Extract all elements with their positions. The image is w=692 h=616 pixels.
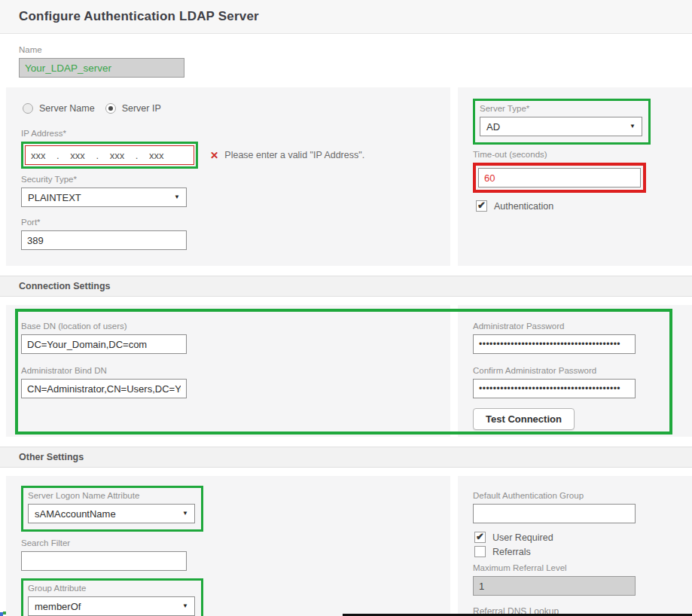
chevron-down-icon: ▼	[182, 511, 188, 517]
logon-attribute-label: Server Logon Name Attribute	[28, 491, 195, 500]
chevron-down-icon: ▼	[182, 603, 188, 609]
radio-server-ip-label: Server IP	[122, 103, 161, 114]
radio-server-ip[interactable]	[105, 103, 116, 114]
authentication-label: Authentication	[494, 201, 553, 212]
search-filter-input[interactable]	[21, 551, 187, 571]
user-required-checkbox[interactable]: ✔	[474, 532, 486, 543]
admin-password-label: Administrator Password	[473, 322, 677, 331]
confirm-password-input[interactable]: ••••••••••••••••••••••••••••••••••••••••	[473, 379, 636, 398]
port-label: Port*	[21, 218, 435, 227]
authentication-row: ✔ Authentication	[476, 200, 677, 212]
connection-settings-header: Connection Settings	[0, 276, 692, 297]
configure-ldap-dialog: Configure Authentication LDAP Server Nam…	[0, 0, 692, 616]
logon-attribute-dropdown[interactable]: sAMAccountName ▼	[28, 504, 195, 523]
connection-right-panel: Administrator Password •••••••••••••••••…	[458, 305, 692, 437]
user-required-label: User Required	[492, 532, 553, 543]
security-type-dropdown[interactable]: PLAINTEXT ▼	[21, 188, 187, 207]
base-dn-label: Base DN (location of users)	[21, 322, 435, 331]
ip-address-input[interactable]	[25, 145, 194, 165]
timeout-input[interactable]	[478, 168, 641, 188]
other-right-panel: Default Authentication Group ✔ User Requ…	[458, 476, 692, 616]
ip-error-message: ✕ Please enter a valid "IP Address".	[210, 149, 364, 161]
default-group-input[interactable]	[473, 504, 636, 523]
test-connection-button[interactable]: Test Connection	[473, 408, 575, 430]
name-label: Name	[19, 45, 673, 54]
group-attribute-dropdown[interactable]: memberOf ▼	[28, 596, 195, 616]
server-type-dropdown[interactable]: AD ▼	[480, 117, 642, 136]
radio-server-name[interactable]	[23, 103, 33, 114]
referrals-checkbox[interactable]	[474, 546, 486, 557]
connection-settings-section: Base DN (location of users) Administrato…	[0, 305, 692, 437]
admin-password-input[interactable]: ••••••••••••••••••••••••••••••••••••••••	[473, 334, 636, 354]
page-title: Configure Authentication LDAP Server	[19, 9, 259, 24]
max-referral-label: Maximum Referral Level	[473, 563, 677, 572]
check-icon: ✔	[477, 200, 486, 211]
annotation-box-ip-address	[21, 142, 198, 169]
ip-address-row: ✕ Please enter a valid "IP Address".	[21, 142, 435, 169]
name-field	[19, 58, 184, 78]
bind-dn-input[interactable]	[21, 379, 187, 398]
other-left-panel: Server Logon Name Attribute sAMAccountNa…	[6, 476, 450, 616]
annotation-box-server-type: Server Type* AD ▼	[473, 99, 651, 145]
authentication-checkbox[interactable]: ✔	[476, 200, 487, 212]
port-input[interactable]	[21, 230, 187, 250]
radio-server-name-label: Server Name	[39, 103, 95, 114]
group-attribute-value: memberOf	[35, 601, 81, 612]
default-group-label: Default Authentication Group	[473, 491, 677, 500]
server-settings-left-panel: Server Name Server IP IP Address* ✕ Plea…	[6, 87, 450, 266]
error-x-icon: ✕	[210, 149, 218, 161]
ip-error-text: Please enter a valid "IP Address".	[224, 150, 364, 160]
max-referral-input	[473, 576, 636, 596]
chevron-down-icon: ▼	[174, 194, 180, 200]
annotation-box-logon-attribute: Server Logon Name Attribute sAMAccountNa…	[21, 486, 203, 532]
server-settings-right-panel: Server Type* AD ▼ Time-out (seconds) ✔ A…	[458, 87, 692, 266]
name-block: Name	[0, 34, 692, 87]
server-mode-radio-group: Server Name Server IP	[23, 103, 435, 114]
dialog-header: Configure Authentication LDAP Server	[0, 0, 692, 34]
referrals-row: Referrals	[474, 546, 677, 557]
server-type-value: AD	[486, 121, 500, 133]
user-required-row: ✔ User Required	[474, 532, 677, 543]
security-type-value: PLAINTEXT	[28, 192, 81, 203]
check-icon: ✔	[476, 531, 484, 542]
server-settings-section: Server Name Server IP IP Address* ✕ Plea…	[0, 87, 692, 266]
corner-artifact-green	[3, 611, 6, 614]
screenshot-corner-artifact	[0, 611, 7, 616]
other-settings-section: Server Logon Name Attribute sAMAccountNa…	[0, 476, 692, 616]
server-type-label: Server Type*	[480, 104, 642, 113]
logon-attribute-value: sAMAccountName	[35, 508, 116, 520]
search-filter-label: Search Filter	[21, 538, 435, 547]
annotation-box-group-attribute: Group Attribute memberOf ▼	[21, 578, 203, 616]
other-settings-header: Other Settings	[0, 447, 692, 468]
bind-dn-label: Administrator Bind DN	[21, 366, 435, 375]
group-attribute-label: Group Attribute	[28, 584, 195, 593]
ip-address-label: IP Address*	[21, 129, 435, 138]
referrals-label: Referrals	[492, 547, 531, 557]
connection-left-panel: Base DN (location of users) Administrato…	[6, 305, 450, 437]
annotation-box-timeout	[473, 163, 646, 193]
timeout-label: Time-out (seconds)	[473, 150, 677, 159]
chevron-down-icon: ▼	[630, 124, 636, 130]
base-dn-input[interactable]	[21, 334, 187, 354]
confirm-password-label: Confirm Administrator Password	[473, 366, 677, 375]
security-type-label: Security Type*	[21, 175, 435, 184]
